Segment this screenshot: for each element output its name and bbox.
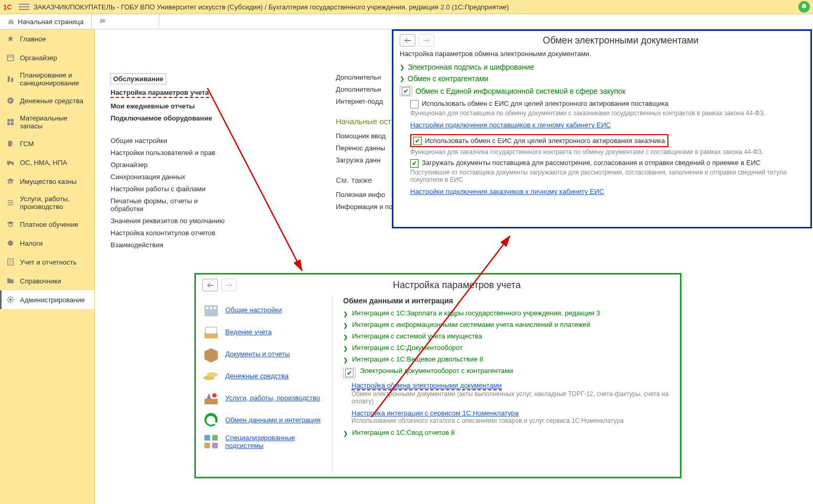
chevron-right-icon: ❯ xyxy=(343,345,348,352)
cat-exchange[interactable]: Обмен данными и интеграция xyxy=(202,411,328,429)
expander-eis[interactable]: ✔ Обмен с Единой информационной системой… xyxy=(400,86,804,96)
int-link-zkgu[interactable]: ❯Интеграция с 1С:Зарплата и кадры госуда… xyxy=(343,309,674,317)
chevron-right-icon: ❯ xyxy=(343,430,348,437)
svg-rect-32 xyxy=(214,307,216,309)
app-title: ЗАКАЗЧИК/ПОКУПАТЕЛЬ - ГОБУ ВПО Университ… xyxy=(34,3,509,11)
svg-rect-16 xyxy=(10,181,11,183)
admin-link-files[interactable]: Настройки работы с файлами xyxy=(111,183,231,195)
menu-icon[interactable] xyxy=(19,2,29,12)
chat-icon xyxy=(99,18,106,25)
sidebar-item-materials[interactable]: Материальные запасы xyxy=(0,110,94,134)
sidebar-item-catalogs[interactable]: Справочники xyxy=(0,271,94,290)
cat-services[interactable]: Услуги, работы, производство xyxy=(202,389,328,407)
star-icon xyxy=(6,35,15,43)
checkbox-supplier[interactable]: Использовать обмен с ЕИС для целей элект… xyxy=(410,100,804,108)
expander-signature[interactable]: ❯Электронная подпись и шифрование xyxy=(400,63,804,71)
navigation-sidebar: Главное Органайзер Планирование и санкци… xyxy=(0,29,95,504)
box-icon xyxy=(202,345,220,363)
svg-rect-34 xyxy=(205,327,216,334)
title-bar: 1C ЗАКАЗЧИК/ПОКУПАТЕЛЬ - ГОБУ ВПО Универ… xyxy=(0,0,813,14)
admin-link-params[interactable]: Настройка параметров учета xyxy=(111,89,209,98)
sidebar-item-main[interactable]: Главное xyxy=(0,29,94,48)
admin-section-maintenance[interactable]: Обслуживание xyxy=(111,73,166,84)
boxes-icon xyxy=(6,118,15,126)
sliders-icon xyxy=(6,199,15,207)
int-link-property[interactable]: ❯Интеграция с системой учета имущества xyxy=(343,332,674,341)
svg-point-21 xyxy=(8,200,10,202)
cat-general[interactable]: Общие настройки xyxy=(202,301,328,319)
admin-link-headers[interactable]: Настройка колонтитулов отчетов xyxy=(111,227,231,239)
expander-contractors[interactable]: ❯Обмен с контрагентами xyxy=(400,74,804,83)
svg-text:₽: ₽ xyxy=(9,98,12,103)
bank-icon xyxy=(6,177,15,185)
int-link-payments[interactable]: ❯Интеграция с информационными системами … xyxy=(343,321,674,329)
admin-link-defaults[interactable]: Значения реквизитов по умолчанию xyxy=(111,215,231,227)
chevron-right-icon: ❯ xyxy=(400,64,404,71)
admin-link-general[interactable]: Общие настройки xyxy=(111,135,231,147)
sidebar-item-organizer[interactable]: Органайзер xyxy=(0,48,94,67)
admin-link-reports[interactable]: Мои ежедневные отчеты xyxy=(111,100,231,112)
link-customer-settings[interactable]: Настройки подключения заказчиков к лично… xyxy=(410,188,604,195)
main-content: Обслуживание Настройка параметров учета … xyxy=(95,29,813,504)
chevron-right-icon: ❯ xyxy=(343,357,348,364)
svg-rect-8 xyxy=(11,119,14,122)
sidebar-item-money[interactable]: ₽Денежные средства xyxy=(0,91,94,110)
book-icon xyxy=(202,323,220,341)
checkbox-customer-highlighted[interactable]: ✔ Использовать обмен с ЕИС для целей эле… xyxy=(410,134,668,147)
int-link-svod[interactable]: ❯Интеграция с 1С:Свод отчетов 8 xyxy=(343,429,674,437)
back-button[interactable]: 🡠 xyxy=(400,34,415,47)
category-list: Общие настройки Ведение учета Документы … xyxy=(202,297,333,473)
sidebar-item-admin[interactable]: Администрирование xyxy=(0,290,94,309)
svg-rect-1 xyxy=(7,55,14,61)
svg-rect-40 xyxy=(212,435,218,441)
truck-icon xyxy=(6,158,15,167)
notifications-icon[interactable] xyxy=(798,1,810,13)
favorite-icon[interactable]: ☆ xyxy=(516,3,522,11)
report-icon xyxy=(6,258,15,266)
gear-icon xyxy=(6,295,15,304)
calendar-icon xyxy=(6,53,15,62)
admin-menu: Обслуживание Настройка параметров учета … xyxy=(111,71,231,251)
checkbox-load-docs[interactable]: ✔ Загружать документы поставщика для рас… xyxy=(410,159,804,168)
sync-icon xyxy=(202,411,220,429)
sidebar-item-fuel[interactable]: ГСМ xyxy=(0,134,94,153)
forward-button[interactable]: 🡢 xyxy=(419,34,434,47)
svg-point-38 xyxy=(212,393,217,398)
admin-link-users[interactable]: Настройки пользователей и прав xyxy=(111,147,231,159)
admin-link-print[interactable]: Печатные формы, отчеты и обработки xyxy=(111,195,231,215)
int-link-edo-settings[interactable]: Настройка обмена электронными документам… xyxy=(351,381,502,390)
svg-point-14 xyxy=(12,164,14,166)
sidebar-item-assets[interactable]: ОС, НМА, НПА xyxy=(0,153,94,172)
tab-home[interactable]: Начальная страница xyxy=(0,14,92,29)
admin-link-equipment[interactable]: Подключаемое оборудование xyxy=(111,112,231,124)
svg-rect-15 xyxy=(8,181,9,183)
svg-rect-12 xyxy=(7,161,11,163)
sidebar-item-accounting[interactable]: Учет и отчетность xyxy=(0,253,94,271)
sidebar-item-planning[interactable]: Планирование и санкционирование xyxy=(0,67,94,91)
svg-point-22 xyxy=(11,202,13,204)
cat-documents[interactable]: Документы и отчеты xyxy=(202,345,328,363)
sidebar-item-education[interactable]: Платное обучение xyxy=(0,215,94,234)
sidebar-item-services[interactable]: Услуги, работы, производство xyxy=(0,191,94,215)
tab-empty[interactable] xyxy=(92,14,159,29)
admin-link-interactions[interactable]: Взаимодействия xyxy=(111,239,231,251)
cat-money[interactable]: Денежные средства xyxy=(202,367,328,385)
sidebar-item-taxes[interactable]: Налоги xyxy=(0,234,94,253)
sidebar-item-treasury[interactable]: Имущество казны xyxy=(0,172,94,191)
chevron-right-icon: ❯ xyxy=(343,334,348,341)
back-button[interactable]: 🡠 xyxy=(202,279,218,291)
link-supplier-settings[interactable]: Настройки подключения поставщиков к личн… xyxy=(410,121,611,129)
cat-subsystems[interactable]: Специализированные подсистемы xyxy=(202,433,328,451)
int-checkbox-edo[interactable]: ✔ Электронный документооборот с контраге… xyxy=(343,367,674,378)
admin-link-sync[interactable]: Синхронизация данных xyxy=(111,171,231,183)
int-link-nomenclature[interactable]: Настройка интеграции с сервисом 1С:Номен… xyxy=(351,409,519,417)
svg-rect-31 xyxy=(210,307,212,309)
int-link-docflow[interactable]: ❯Интеграция с 1С:Документооборот xyxy=(343,344,674,352)
admin-link-organizer[interactable]: Органайзер xyxy=(111,159,231,171)
accounting-params-panel: 🡠 🡢 Настройка параметров учета Общие нас… xyxy=(194,273,682,478)
forward-button[interactable]: 🡢 xyxy=(221,279,237,291)
emblem-icon xyxy=(6,239,15,247)
tab-label: Начальная страница xyxy=(18,18,84,26)
int-link-clothing[interactable]: ❯Интеграция с 1С:Вещевое довольствие 8 xyxy=(343,355,674,364)
cat-accounting[interactable]: Ведение учета xyxy=(202,323,328,341)
